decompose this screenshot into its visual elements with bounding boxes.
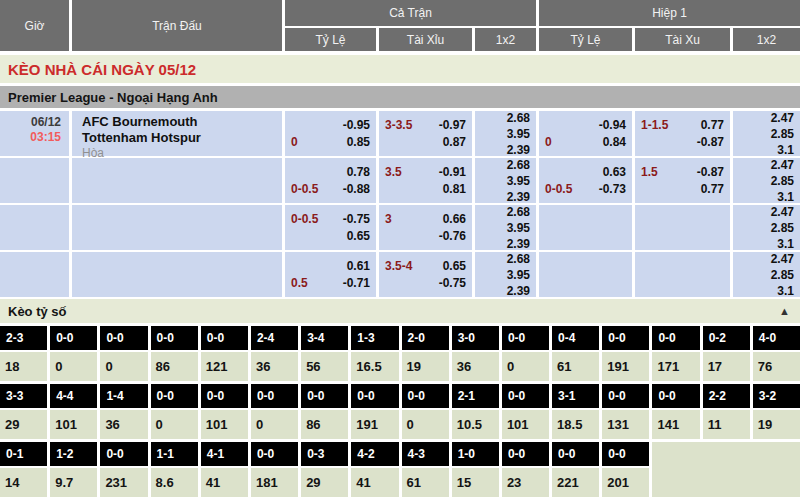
collapse-arrow-icon[interactable]: ▲ bbox=[779, 305, 790, 317]
odds-value: 2.85 bbox=[771, 268, 794, 282]
h1-1x2-cell[interactable]: 2.472.853.1 bbox=[733, 252, 800, 297]
score-label: 1-2 bbox=[50, 442, 97, 466]
ft-1x2-cell[interactable]: 2.683.952.39 bbox=[475, 252, 536, 297]
score-label: 0-0 bbox=[100, 326, 147, 350]
score-odds-value[interactable]: 11 bbox=[703, 410, 750, 439]
h1-1x2-cell[interactable]: 2.472.853.1 bbox=[733, 158, 800, 203]
handicap-label: 0-0.5 bbox=[291, 212, 318, 227]
score-odds-value[interactable]: 86 bbox=[151, 352, 198, 381]
score-odds-value[interactable]: 0 bbox=[151, 410, 198, 439]
score-row-group: 3-3294-41011-4360-000-01010-000-0860-019… bbox=[0, 384, 800, 439]
score-label: 0-3 bbox=[301, 442, 348, 466]
odds-line: 2.68 bbox=[481, 111, 530, 125]
odds-line: 3.1 bbox=[739, 143, 794, 157]
score-label: 0-0 bbox=[251, 442, 298, 466]
odds-row: 06/1203:15AFC BournemouthTottenham Hotsp… bbox=[0, 111, 800, 156]
h1-handicap-cell[interactable]: 0.630-0.5-0.73 bbox=[539, 158, 632, 203]
score-label: 0-0 bbox=[502, 442, 549, 466]
score-odds-value[interactable]: 23 bbox=[502, 468, 549, 497]
odds-line: 2.85 bbox=[739, 268, 794, 282]
score-odds-value[interactable]: 18 bbox=[0, 352, 47, 381]
score-odds-value[interactable]: 191 bbox=[602, 352, 649, 381]
score-label: 0-0 bbox=[652, 326, 699, 350]
ft-1x2-cell[interactable]: 2.683.952.39 bbox=[475, 205, 536, 250]
odds-value: 0.84 bbox=[603, 135, 626, 150]
score-odds-value[interactable]: 29 bbox=[301, 468, 348, 497]
score-odds-value[interactable]: 19 bbox=[402, 352, 449, 381]
ft-1x2-cell[interactable]: 2.683.952.39 bbox=[475, 111, 536, 156]
handicap-label: 0 bbox=[291, 135, 298, 150]
score-odds-value[interactable]: 9.7 bbox=[50, 468, 97, 497]
score-odds-value[interactable]: 18.5 bbox=[552, 410, 599, 439]
score-odds-value[interactable]: 171 bbox=[652, 352, 699, 381]
score-odds-value[interactable]: 0 bbox=[502, 352, 549, 381]
score-odds-value[interactable]: 36 bbox=[251, 352, 298, 381]
score-odds-value[interactable]: 29 bbox=[0, 410, 47, 439]
score-odds-value[interactable]: 191 bbox=[351, 410, 398, 439]
score-odds-value[interactable]: 231 bbox=[100, 468, 147, 497]
ft-handicap-cell[interactable]: 0.780-0.5-0.88 bbox=[285, 158, 376, 203]
h1-1x2-cell[interactable]: 2.472.853.1 bbox=[733, 205, 800, 250]
score-odds-value[interactable]: 101 bbox=[201, 410, 248, 439]
away-team-name: Tottenham Hotspur bbox=[82, 130, 282, 146]
odds-row: 0.780-0.5-0.883.5-0.910.812.683.952.390.… bbox=[0, 158, 800, 203]
score-odds-value[interactable]: 101 bbox=[50, 410, 97, 439]
ft-overunder-cell[interactable]: 3.5-40.65-0.75 bbox=[379, 252, 472, 297]
score-odds-value[interactable]: 17 bbox=[703, 352, 750, 381]
ft-handicap-cell[interactable]: 0.610.5-0.71 bbox=[285, 252, 376, 297]
odds-line: 2.85 bbox=[739, 174, 794, 188]
score-odds-value[interactable]: 36 bbox=[100, 410, 147, 439]
score-odds-value[interactable]: 221 bbox=[552, 468, 599, 497]
ft-overunder-cell[interactable]: 3.5-0.910.81 bbox=[379, 158, 472, 203]
score-odds-value[interactable]: 121 bbox=[201, 352, 248, 381]
odds-value: 2.47 bbox=[771, 158, 794, 172]
score-odds-value[interactable]: 8.6 bbox=[151, 468, 198, 497]
score-odds-value[interactable]: 15 bbox=[452, 468, 499, 497]
score-section-title: Kèo tỷ số bbox=[8, 304, 67, 319]
header-first-half-group: Hiệp 1 bbox=[539, 0, 800, 26]
score-grid: 2-3180-000-000-0860-01212-4363-4561-316.… bbox=[0, 326, 800, 500]
score-odds-value[interactable]: 0 bbox=[251, 410, 298, 439]
h1-overunder-cell bbox=[635, 205, 730, 250]
score-odds-value[interactable]: 0 bbox=[50, 352, 97, 381]
score-odds-value[interactable]: 201 bbox=[602, 468, 649, 497]
odds-value: -0.87 bbox=[697, 165, 724, 180]
score-odds-value[interactable]: 19 bbox=[753, 410, 800, 439]
score-odds-value[interactable]: 10.5 bbox=[452, 410, 499, 439]
score-odds-value[interactable]: 61 bbox=[402, 468, 449, 497]
odds-line: 2.39 bbox=[481, 237, 530, 251]
odds-line: 3.5-40.65 bbox=[385, 259, 466, 274]
h1-overunder-cell[interactable]: 1.5-0.870.77 bbox=[635, 158, 730, 203]
ft-1x2-cell[interactable]: 2.683.952.39 bbox=[475, 158, 536, 203]
score-odds-value[interactable]: 0 bbox=[402, 410, 449, 439]
score-odds-value[interactable]: 76 bbox=[753, 352, 800, 381]
h1-handicap-cell[interactable]: -0.9400.84 bbox=[539, 111, 632, 156]
score-filler bbox=[652, 442, 800, 497]
score-odds-value[interactable]: 181 bbox=[251, 468, 298, 497]
score-odds-value[interactable]: 36 bbox=[452, 352, 499, 381]
odds-line: 0.81 bbox=[385, 182, 466, 197]
score-odds-value[interactable]: 131 bbox=[602, 410, 649, 439]
handicap-label: 3.5 bbox=[385, 165, 402, 180]
score-odds-value[interactable]: 56 bbox=[301, 352, 348, 381]
h1-overunder-cell[interactable]: 1-1.50.77-0.87 bbox=[635, 111, 730, 156]
h1-1x2-cell[interactable]: 2.472.853.1 bbox=[733, 111, 800, 156]
score-odds-value[interactable]: 14 bbox=[0, 468, 47, 497]
score-odds-value[interactable]: 41 bbox=[201, 468, 248, 497]
score-odds-value[interactable]: 0 bbox=[100, 352, 147, 381]
score-odds-value[interactable]: 86 bbox=[301, 410, 348, 439]
odds-line: 2.68 bbox=[481, 205, 530, 219]
score-odds-value[interactable]: 101 bbox=[502, 410, 549, 439]
ft-overunder-cell[interactable]: 3-3.5-0.970.87 bbox=[379, 111, 472, 156]
score-odds-value[interactable]: 141 bbox=[652, 410, 699, 439]
score-row-group: 2-3180-000-000-0860-01212-4363-4561-316.… bbox=[0, 326, 800, 381]
handicap-label: 3.5-4 bbox=[385, 259, 412, 274]
score-odds-value[interactable]: 41 bbox=[351, 468, 398, 497]
ft-overunder-cell[interactable]: 30.66-0.76 bbox=[379, 205, 472, 250]
score-odds-value[interactable]: 61 bbox=[552, 352, 599, 381]
ft-handicap-cell[interactable]: -0.9500.85 bbox=[285, 111, 376, 156]
home-team-name: AFC Bournemouth bbox=[82, 114, 282, 130]
ft-handicap-cell[interactable]: 0-0.5-0.750.65 bbox=[285, 205, 376, 250]
score-odds-value[interactable]: 16.5 bbox=[351, 352, 398, 381]
odds-line: 0.61 bbox=[291, 259, 370, 274]
